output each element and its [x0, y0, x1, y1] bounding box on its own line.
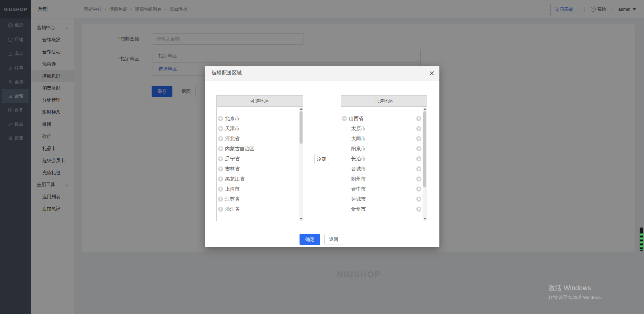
- add-circle-icon[interactable]: [218, 207, 223, 212]
- region-name: 吉林省: [225, 166, 240, 172]
- remove-icon[interactable]: [416, 136, 421, 141]
- selected-city-row[interactable]: 长治市: [341, 154, 423, 164]
- confirm-button[interactable]: 确定: [300, 234, 320, 245]
- region-name: 北京市: [225, 115, 240, 122]
- add-circle-icon[interactable]: [218, 176, 223, 181]
- remove-icon[interactable]: [416, 116, 421, 121]
- remove-icon[interactable]: [416, 207, 421, 212]
- region-name: 辽宁省: [225, 156, 240, 162]
- collapse-circle-icon[interactable]: [342, 116, 347, 121]
- region-name: 长治市: [351, 156, 366, 162]
- available-region-row[interactable]: 浙江省: [217, 204, 299, 214]
- region-name: 江苏省: [225, 196, 240, 202]
- scroll-down-icon[interactable]: [423, 217, 427, 221]
- selected-city-row[interactable]: 晋中市: [341, 184, 423, 194]
- scroll-up-icon[interactable]: [299, 107, 303, 111]
- add-circle-icon[interactable]: [218, 156, 223, 161]
- modal-header: 编辑配送区域: [205, 66, 439, 81]
- modal-title: 编辑配送区域: [212, 70, 242, 76]
- available-region-row[interactable]: 北京市: [217, 113, 299, 123]
- region-name: 上海市: [225, 186, 240, 192]
- region-name: 浙江省: [225, 206, 240, 212]
- available-region-row[interactable]: 辽宁省: [217, 154, 299, 164]
- add-circle-icon[interactable]: [218, 166, 223, 171]
- recording-indicator: [640, 227, 643, 251]
- add-circle-icon[interactable]: [218, 197, 223, 202]
- scrollbar-thumb[interactable]: [300, 111, 303, 144]
- region-name: 晋中市: [351, 186, 366, 192]
- region-name: 太原市: [351, 125, 366, 132]
- region-name: 内蒙古自治区: [225, 146, 254, 152]
- region-name: 阳泉市: [351, 146, 366, 152]
- add-circle-icon[interactable]: [218, 187, 223, 192]
- close-icon[interactable]: [429, 70, 435, 76]
- modal-back-button[interactable]: 返回: [324, 234, 343, 245]
- remove-icon[interactable]: [416, 126, 421, 131]
- region-name: 晋城市: [351, 166, 366, 172]
- available-regions-panel: 可选地区 北京市 天津市 河北省 内蒙古自治区 辽宁省 吉林省: [216, 95, 303, 221]
- region-name: 河北省: [225, 136, 240, 142]
- selected-city-row[interactable]: 晋城市: [341, 164, 423, 174]
- selected-province-row[interactable]: 山西省: [341, 113, 423, 123]
- available-region-row[interactable]: 黑龙江省: [217, 174, 299, 184]
- selected-city-row[interactable]: 太原市: [341, 123, 423, 134]
- remove-icon[interactable]: [416, 146, 421, 151]
- selected-city-row[interactable]: 大同市: [341, 134, 423, 144]
- region-name: 朔州市: [351, 176, 366, 182]
- scrollbar-thumb[interactable]: [423, 111, 426, 187]
- scrollbar[interactable]: [423, 107, 427, 221]
- available-region-row[interactable]: 吉林省: [217, 164, 299, 174]
- region-name: 运城市: [351, 196, 366, 202]
- available-region-row[interactable]: 河北省: [217, 134, 299, 144]
- add-circle-icon[interactable]: [218, 116, 223, 121]
- scroll-down-icon[interactable]: [299, 217, 303, 221]
- selected-city-row[interactable]: 运城市: [341, 194, 423, 204]
- selected-city-row[interactable]: 阳泉市: [341, 144, 423, 154]
- region-name: 忻州市: [351, 206, 366, 212]
- selected-regions-header: 已选地区: [341, 96, 427, 107]
- remove-icon[interactable]: [416, 197, 421, 202]
- selected-regions-panel: 已选地区 山西省 太原市 大同市 阳泉市: [341, 95, 427, 221]
- remove-icon[interactable]: [416, 156, 421, 161]
- scrollbar[interactable]: [299, 107, 303, 221]
- selected-city-row[interactable]: 朔州市: [341, 174, 423, 184]
- available-region-row[interactable]: 上海市: [217, 184, 299, 194]
- region-name: 黑龙江省: [225, 176, 245, 182]
- region-name: 大同市: [351, 136, 366, 142]
- available-regions-list: 北京市 天津市 河北省 内蒙古自治区 辽宁省 吉林省 黑龙江省: [217, 107, 299, 221]
- selected-cities: 太原市 大同市 阳泉市 长治市 晋城市: [341, 123, 423, 214]
- remove-icon[interactable]: [416, 166, 421, 171]
- add-circle-icon[interactable]: [218, 146, 223, 151]
- add-circle-icon[interactable]: [218, 136, 223, 141]
- scroll-up-icon[interactable]: [423, 107, 427, 111]
- available-region-row[interactable]: 江苏省: [217, 194, 299, 204]
- remove-icon[interactable]: [416, 187, 421, 192]
- selected-regions-list: 山西省 太原市 大同市 阳泉市 长治市: [341, 107, 423, 221]
- region-name: 山西省: [349, 115, 364, 122]
- available-regions-header: 可选地区: [217, 96, 303, 107]
- region-name: 天津市: [225, 125, 240, 132]
- available-region-row[interactable]: 内蒙古自治区: [217, 144, 299, 154]
- edit-delivery-region-modal: 编辑配送区域 可选地区 北京市 天津市 河北省 内蒙古自治区 辽宁省: [205, 66, 439, 247]
- add-circle-icon[interactable]: [218, 126, 223, 131]
- remove-icon[interactable]: [416, 176, 421, 181]
- available-region-row[interactable]: 天津市: [217, 123, 299, 134]
- add-button[interactable]: 添加: [314, 154, 329, 164]
- selected-city-row[interactable]: 忻州市: [341, 204, 423, 214]
